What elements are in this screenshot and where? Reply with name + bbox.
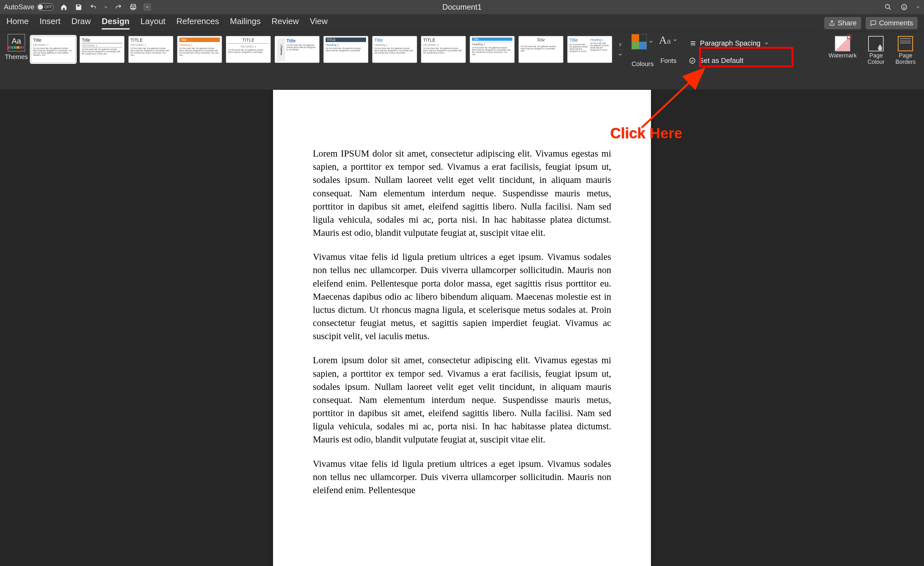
document-paragraph[interactable]: Vivamus vitae felis id ligula pretium ul… xyxy=(313,457,611,497)
redo-icon[interactable] xyxy=(114,3,123,12)
style-card[interactable]: TITLEHEADING 1On the Insert tab, the gal… xyxy=(421,36,466,63)
chevron-down-icon xyxy=(672,37,678,43)
ribbon-tabs: HomeInsertDrawDesignLayoutReferencesMail… xyxy=(0,14,924,32)
tab-view[interactable]: View xyxy=(310,17,328,30)
page-colour-label: Page Colour xyxy=(867,53,885,66)
document-paragraph[interactable]: Lorem ipsum dolor sit amet, consectetur … xyxy=(313,354,611,446)
document-paragraph[interactable]: Vivamus vitae felis id ligula pretium ul… xyxy=(313,250,611,343)
paragraph-spacing-button[interactable]: Paragraph Spacing xyxy=(684,37,774,50)
share-button[interactable]: Share xyxy=(824,17,861,29)
set-as-default-button[interactable]: Set as Default xyxy=(684,54,774,68)
document-canvas[interactable]: Lorem IPSUM dolor sit amet, consectetur … xyxy=(0,90,924,566)
svg-point-6 xyxy=(905,6,905,7)
watermark-button[interactable]: Watermark xyxy=(829,36,856,66)
style-card[interactable]: TitleOn the Insert tab, the galleries in… xyxy=(519,36,563,63)
svg-point-5 xyxy=(903,6,903,7)
page-borders-button[interactable]: Page Borders xyxy=(896,36,916,66)
emoji-dropdown-icon[interactable] xyxy=(916,3,920,12)
style-card[interactable]: Heading 1TitleOn the Insert tab, the gal… xyxy=(274,36,320,63)
titlebar-left: AutoSave OFF xyxy=(4,3,151,12)
page-borders-label: Page Borders xyxy=(896,53,916,66)
tab-home[interactable]: Home xyxy=(6,17,28,30)
share-label: Share xyxy=(838,19,856,27)
svg-point-3 xyxy=(885,5,890,9)
qat-more-icon[interactable] xyxy=(143,3,151,11)
design-ribbon: Aa Themes TitleHEADING 1On the Insert ta… xyxy=(0,32,924,90)
tab-design[interactable]: Design xyxy=(102,17,130,30)
autosave-label: AutoSave xyxy=(4,3,34,11)
undo-dropdown-icon[interactable] xyxy=(104,3,108,12)
search-icon[interactable] xyxy=(884,3,892,12)
svg-point-7 xyxy=(690,58,695,63)
watermark-icon xyxy=(835,36,850,51)
autosave[interactable]: AutoSave OFF xyxy=(4,3,54,11)
tab-layout[interactable]: Layout xyxy=(141,17,165,30)
save-icon[interactable] xyxy=(74,3,83,12)
page-borders-icon xyxy=(898,36,913,51)
themes-button[interactable]: Aa Themes xyxy=(5,34,28,61)
set-default-label: Set as Default xyxy=(699,57,743,65)
style-card[interactable]: TitleHeading 1On the Insert tab, the gal… xyxy=(177,36,222,63)
colours-button[interactable] xyxy=(632,34,654,50)
style-card[interactable]: TitleHeading 1On the Insert tab, the gal… xyxy=(372,36,417,63)
colours-icon xyxy=(632,34,647,50)
page-colour-icon xyxy=(868,36,884,51)
comments-label: Comments xyxy=(879,19,913,27)
undo-icon[interactable] xyxy=(89,3,98,12)
themes-label: Themes xyxy=(5,53,28,61)
check-circle-icon xyxy=(689,57,696,64)
watermark-label: Watermark xyxy=(829,53,856,59)
paragraph-spacing-icon xyxy=(689,39,697,47)
chevron-down-icon xyxy=(648,39,654,45)
document-title: Document1 xyxy=(442,3,482,12)
style-card[interactable]: TitleOn the Insert tab, the galleries in… xyxy=(567,36,612,63)
svg-point-4 xyxy=(902,5,907,10)
fonts-icon: Aa xyxy=(659,34,671,46)
style-card[interactable]: TitleHEADING 1On the Insert tab, the gal… xyxy=(80,36,124,63)
fonts-group: Aa Fonts xyxy=(659,34,678,65)
document-formatting-gallery: TitleHEADING 1On the Insert tab, the gal… xyxy=(31,36,624,63)
style-card[interactable]: TitleHeading 1On the Insert tab, the gal… xyxy=(470,36,514,63)
page-colour-button[interactable]: Page Colour xyxy=(867,36,885,66)
themes-group: Aa Themes xyxy=(5,34,28,61)
titlebar-right xyxy=(884,3,920,12)
tab-review[interactable]: Review xyxy=(272,17,299,30)
tab-draw[interactable]: Draw xyxy=(71,17,91,30)
tab-references[interactable]: References xyxy=(177,17,219,30)
tab-insert[interactable]: Insert xyxy=(39,17,60,30)
titlebar: AutoSave OFF Document1 xyxy=(0,0,924,14)
emoji-icon[interactable] xyxy=(900,3,909,12)
autosave-toggle[interactable]: OFF xyxy=(37,3,54,11)
tab-mailings[interactable]: Mailings xyxy=(230,17,261,30)
style-card[interactable]: TitleHEADING 1On the Insert tab, the gal… xyxy=(31,36,76,63)
comments-button[interactable]: Comments xyxy=(866,17,918,29)
home-icon[interactable] xyxy=(59,3,68,12)
style-gallery-more[interactable] xyxy=(616,36,624,63)
document-page[interactable]: Lorem IPSUM dolor sit amet, consectetur … xyxy=(273,90,651,566)
fonts-button[interactable]: Aa xyxy=(659,34,678,46)
colours-group: Colours xyxy=(632,34,654,68)
style-card[interactable]: TITLEHEADING 1On the Insert tab, the gal… xyxy=(128,36,173,63)
document-paragraph[interactable]: Lorem IPSUM dolor sit amet, consectetur … xyxy=(313,147,611,239)
paragraph-spacing-group: Paragraph Spacing Set as Default xyxy=(684,35,774,69)
fonts-label: Fonts xyxy=(660,57,676,65)
page-background-group: Watermark Page Colour Page Borders xyxy=(829,36,916,66)
chevron-down-icon xyxy=(764,41,770,46)
paragraph-spacing-label: Paragraph Spacing xyxy=(700,39,760,48)
themes-icon: Aa xyxy=(8,34,25,51)
print-icon[interactable] xyxy=(129,3,138,12)
style-card[interactable]: TITLEHEADING 1On the Insert tab, the gal… xyxy=(226,36,271,63)
colours-label: Colours xyxy=(632,60,654,68)
style-card[interactable]: TITLEHeading 1On the Insert tab, the gal… xyxy=(323,36,368,63)
